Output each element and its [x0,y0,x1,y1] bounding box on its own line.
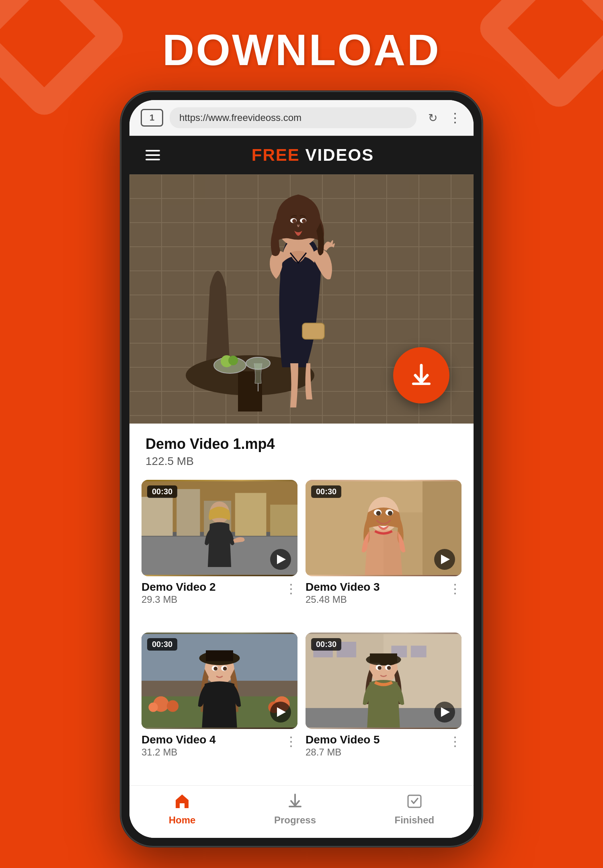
hamburger-line-3 [146,159,160,160]
phone-screen: 1 https://www.freevideoss.com ↻ ⋮ [129,100,474,838]
svg-point-67 [213,667,217,671]
svg-point-83 [377,666,381,670]
more-options-4[interactable]: ⋮ [449,734,461,749]
video-name-3: Demo Video 4 [142,733,216,747]
phone-frame: 1 https://www.freevideoss.com ↻ ⋮ [121,91,482,847]
video-card-1: 00:30 Demo Video 2 29.3 MB ⋮ [142,480,297,624]
bottom-navigation: Home Progress [129,785,474,838]
duration-badge-3: 00:30 [147,638,177,651]
browser-url-bar[interactable]: https://www.freevideoss.com [170,107,416,128]
video-thumb-2[interactable]: 00:30 [306,480,461,576]
play-button-2[interactable] [434,549,455,570]
svg-point-33 [292,219,296,223]
video-thumb-4[interactable]: 00:30 [306,633,461,729]
logo-videos: VIDEOS [300,145,374,164]
svg-point-80 [379,660,395,666]
browser-tab-indicator[interactable]: 1 [141,109,163,127]
site-navbar: FREE VIDEOS [129,136,474,174]
svg-point-29 [228,356,238,365]
svg-point-53 [388,511,393,516]
home-icon [173,792,191,812]
download-arrow-icon [407,361,435,389]
play-triangle-4 [441,707,450,717]
video-name-1: Demo Video 2 [142,580,216,594]
video-meta-2: Demo Video 3 25.48 MB ⋮ [306,580,461,605]
svg-rect-42 [235,493,267,536]
video-card-3: 00:30 Demo Video 4 31.2 MB ⋮ [142,633,297,777]
svg-rect-43 [270,505,297,536]
more-options-2[interactable]: ⋮ [449,581,461,596]
nav-item-progress[interactable]: Progress [274,792,316,826]
browser-menu-button[interactable]: ⋮ [449,110,462,125]
nav-item-home[interactable]: Home [169,792,196,826]
video-name-4: Demo Video 5 [306,733,380,747]
nav-label-progress: Progress [274,815,316,826]
main-video-container[interactable] [129,174,474,424]
video-card-4: 00:30 Demo Video 5 28.7 MB ⋮ [306,633,461,777]
svg-point-59 [148,702,158,712]
browser-reload-button[interactable]: ↻ [423,108,442,127]
progress-icon [286,792,304,812]
url-text: https://www.freevideoss.com [179,112,302,123]
more-options-1[interactable]: ⋮ [285,581,297,596]
video-meta-1: Demo Video 2 29.3 MB ⋮ [142,580,297,605]
svg-point-34 [302,219,306,223]
video-info-text-1: Demo Video 2 29.3 MB [142,580,216,605]
video-name-2: Demo Video 3 [306,580,380,594]
play-button-4[interactable] [434,702,455,723]
nav-label-home: Home [169,815,196,826]
video-meta-3: Demo Video 4 31.2 MB ⋮ [142,733,297,758]
svg-rect-64 [206,650,233,661]
video-card-2: 00:30 Demo Video 3 25.48 MB ⋮ [306,480,461,624]
tab-number: 1 [150,113,154,123]
video-grid: 00:30 Demo Video 2 29.3 MB ⋮ [129,476,474,785]
play-button-3[interactable] [270,702,291,723]
phone-wrapper: 1 https://www.freevideoss.com ↻ ⋮ [0,91,603,847]
svg-rect-39 [142,497,173,536]
nav-item-finished[interactable]: Finished [395,792,435,826]
video-info-text-3: Demo Video 4 31.2 MB [142,733,216,758]
site-logo: FREE VIDEOS [168,145,457,165]
video-thumb-3[interactable]: 00:30 [142,633,297,729]
play-button-1[interactable] [270,549,291,570]
nav-label-finished: Finished [395,815,435,826]
video-meta-4: Demo Video 5 28.7 MB ⋮ [306,733,461,758]
duration-badge-2: 00:30 [311,485,341,498]
video-size-2: 25.48 MB [306,594,380,605]
svg-rect-75 [411,646,427,657]
play-triangle-3 [277,707,286,717]
play-triangle-2 [441,555,450,564]
finished-icon [406,792,423,812]
svg-point-52 [376,511,381,516]
main-video-title: Demo Video 1.mp4 [146,436,457,452]
svg-point-68 [223,667,227,671]
svg-rect-35 [302,323,324,339]
video-info: Demo Video 1.mp4 122.5 MB [129,424,474,476]
main-download-button[interactable] [393,347,449,403]
main-video-size: 122.5 MB [146,455,457,468]
browser-bar: 1 https://www.freevideoss.com ↻ ⋮ [129,100,474,136]
video-thumb-1[interactable]: 00:30 [142,480,297,576]
svg-rect-40 [176,489,200,536]
logo-free: FREE [252,145,300,164]
duration-badge-1: 00:30 [147,485,177,498]
hamburger-line-2 [146,154,160,156]
play-triangle-1 [277,555,286,564]
video-size-3: 31.2 MB [142,747,216,758]
svg-point-58 [167,700,178,712]
svg-point-84 [387,666,391,670]
video-size-4: 28.7 MB [306,747,380,758]
duration-badge-4: 00:30 [311,638,341,651]
hamburger-line-1 [146,150,160,151]
video-info-text-4: Demo Video 5 28.7 MB [306,733,380,758]
video-size-1: 29.3 MB [142,594,216,605]
more-options-3[interactable]: ⋮ [285,734,297,749]
page-title: DOWNLOAD [0,0,603,91]
video-info-text-2: Demo Video 3 25.48 MB [306,580,380,605]
hamburger-menu-button[interactable] [146,150,160,160]
